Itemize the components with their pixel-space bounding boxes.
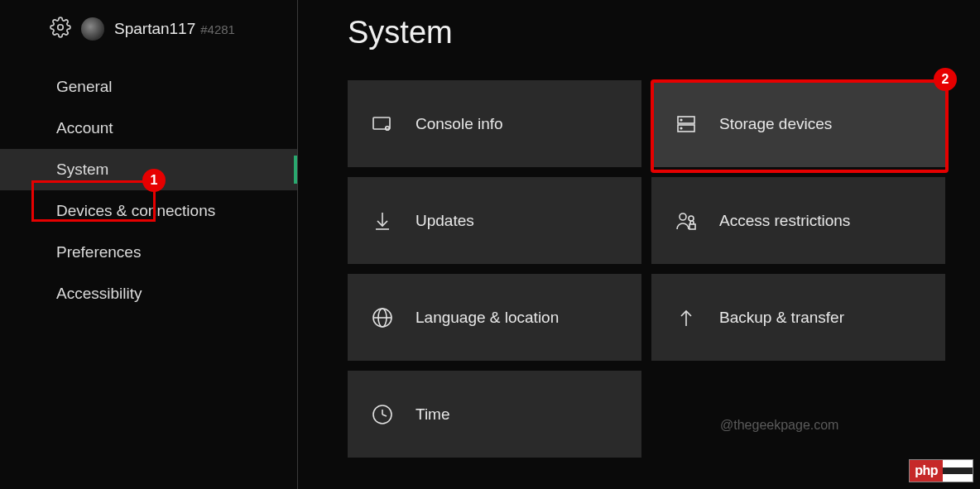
svg-rect-11 bbox=[689, 224, 695, 229]
sidebar-item-general[interactable]: General bbox=[0, 66, 297, 108]
tile-label: Storage devices bbox=[719, 115, 832, 133]
nav: General Account System Devices & connect… bbox=[0, 66, 297, 314]
svg-line-18 bbox=[382, 415, 387, 416]
tile-label: Updates bbox=[416, 212, 474, 230]
storage-devices-icon bbox=[675, 113, 698, 136]
sidebar-item-accessibility[interactable]: Accessibility bbox=[0, 273, 297, 314]
tile-label: Language & location bbox=[416, 309, 559, 327]
clock-icon bbox=[371, 403, 394, 426]
tile-updates[interactable]: Updates bbox=[348, 177, 641, 264]
tile-label: Time bbox=[416, 405, 450, 424]
tile-storage-devices[interactable]: Storage devices bbox=[651, 80, 945, 167]
svg-point-6 bbox=[680, 127, 682, 129]
page-title: System bbox=[348, 15, 947, 50]
tile-time[interactable]: Time bbox=[348, 371, 641, 458]
tile-label: Console info bbox=[416, 115, 503, 133]
backup-transfer-icon bbox=[675, 306, 698, 329]
watermark: @thegeekpage.com bbox=[720, 418, 838, 433]
tile-label: Access restrictions bbox=[719, 212, 850, 230]
tile-backup-transfer[interactable]: Backup & transfer bbox=[651, 274, 945, 361]
avatar[interactable] bbox=[81, 17, 104, 41]
user-name: Spartan117 bbox=[114, 20, 195, 38]
svg-point-2 bbox=[386, 126, 390, 130]
access-restrictions-icon bbox=[675, 209, 698, 233]
php-badge-right bbox=[943, 467, 973, 474]
gear-icon[interactable] bbox=[50, 17, 71, 41]
tile-access-restrictions[interactable]: Access restrictions bbox=[651, 177, 945, 264]
svg-point-5 bbox=[680, 119, 682, 121]
user-tag: #4281 bbox=[200, 22, 235, 36]
svg-point-10 bbox=[689, 216, 694, 221]
tile-label: Backup & transfer bbox=[719, 309, 844, 327]
user-header: Spartan117 #4281 bbox=[0, 17, 297, 66]
svg-rect-1 bbox=[373, 117, 390, 129]
main-content: System Console info Storage devices Upda… bbox=[298, 0, 980, 489]
php-badge: php bbox=[909, 459, 973, 482]
sidebar: Spartan117 #4281 General Account System … bbox=[0, 0, 298, 489]
tile-language-location[interactable]: Language & location bbox=[348, 274, 641, 361]
php-badge-left: php bbox=[910, 460, 943, 482]
sidebar-item-preferences[interactable]: Preferences bbox=[0, 232, 297, 273]
sidebar-item-system[interactable]: System bbox=[0, 149, 297, 190]
svg-point-0 bbox=[58, 25, 64, 31]
tiles-grid: Console info Storage devices Updates Acc… bbox=[348, 80, 947, 458]
updates-icon bbox=[371, 209, 394, 233]
tile-console-info[interactable]: Console info bbox=[348, 80, 641, 167]
sidebar-item-devices-connections[interactable]: Devices & connections bbox=[0, 190, 297, 232]
svg-point-9 bbox=[680, 213, 686, 220]
console-info-icon bbox=[371, 113, 394, 136]
sidebar-item-account[interactable]: Account bbox=[0, 108, 297, 149]
globe-icon bbox=[371, 306, 394, 329]
